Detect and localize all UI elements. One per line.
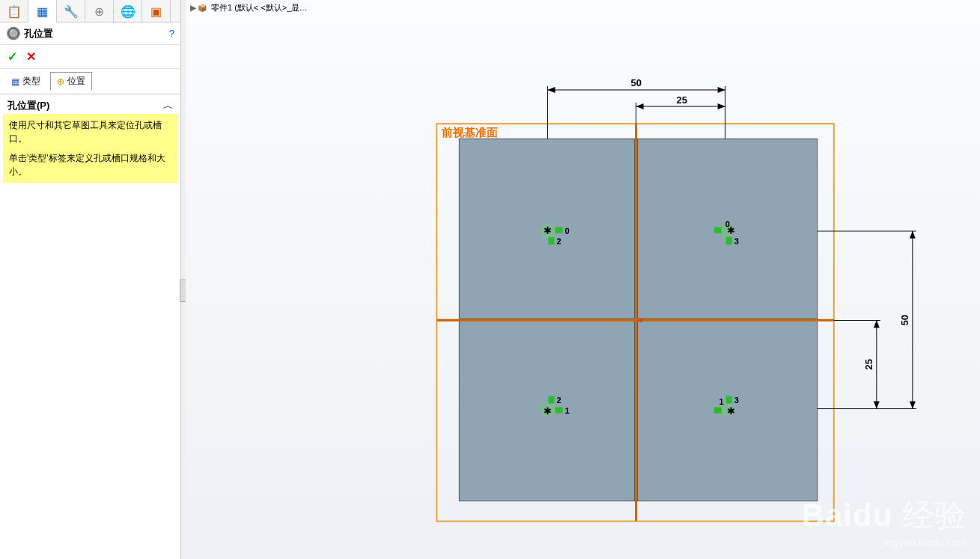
svg-rect-32 xyxy=(714,407,722,413)
svg-text:1: 1 xyxy=(564,406,569,415)
svg-rect-24 xyxy=(548,396,554,403)
tree-expand-icon[interactable]: ▶ xyxy=(190,3,196,13)
dimxpert-tab[interactable]: ⊕ xyxy=(85,0,114,22)
watermark-url: jingyan.baidu.com xyxy=(802,537,967,549)
dimension-25-horizontal[interactable]: 25 xyxy=(636,94,725,124)
section-title: 孔位置(P) xyxy=(7,99,49,112)
tab-position[interactable]: ⊕ 位置 xyxy=(50,72,92,91)
sub-tabs: ▦ 类型 ⊕ 位置 xyxy=(0,69,180,94)
watermark-suffix: 经验 xyxy=(902,498,967,533)
type-icon: ▦ xyxy=(11,76,19,87)
dim-25v-text: 25 xyxy=(863,359,874,369)
extra-tab[interactable]: ▣ xyxy=(142,0,171,22)
help-button[interactable]: ? xyxy=(169,28,174,39)
feature-header: 🔘 孔位置 ? xyxy=(0,22,180,45)
property-manager-panel: 📋 ▦ 🔧 ⊕ 🌐 ▣ 🔘 孔位置 ? ✓ ✕ ▦ 类型 ⊕ 位置 孔位置(P)… xyxy=(0,0,181,559)
cancel-button[interactable]: ✕ xyxy=(26,49,36,64)
svg-text:3: 3 xyxy=(734,237,739,246)
graphics-viewport[interactable]: ▶ 📦 零件1 (默认< <默认>_显... 前视基准面 50 xyxy=(186,0,980,559)
manager-tabs: 📋 ▦ 🔧 ⊕ 🌐 ▣ xyxy=(0,0,180,22)
svg-text:✱: ✱ xyxy=(544,405,552,417)
svg-rect-26 xyxy=(555,407,562,413)
type-label: 类型 xyxy=(22,75,40,88)
svg-text:0: 0 xyxy=(725,220,730,229)
watermark-brand: Baidu xyxy=(802,498,893,533)
svg-text:✱: ✱ xyxy=(727,405,735,417)
collapse-icon[interactable]: ︿ xyxy=(163,99,173,112)
ok-button[interactable]: ✓ xyxy=(7,49,17,64)
watermark: Baidu 经验 jingyan.baidu.com xyxy=(802,495,967,549)
position-icon: ⊕ xyxy=(57,76,64,87)
dim-50-text: 50 xyxy=(631,77,642,88)
svg-text:0: 0 xyxy=(564,226,569,235)
confirm-row: ✓ ✕ xyxy=(0,45,180,69)
dimension-25-vertical[interactable]: 25 xyxy=(834,320,880,408)
svg-text:1: 1 xyxy=(719,397,724,406)
tab-type[interactable]: ▦ 类型 xyxy=(4,72,47,91)
dim-50v-text: 50 xyxy=(899,315,910,325)
svg-rect-20 xyxy=(726,237,732,244)
svg-rect-18 xyxy=(714,227,722,233)
svg-rect-14 xyxy=(548,237,554,244)
property-manager-tab[interactable]: ▦ xyxy=(28,0,57,22)
svg-text:2: 2 xyxy=(556,396,561,405)
svg-text:2: 2 xyxy=(556,237,561,246)
part-tab[interactable]: 零件1 (默认< <默认>_显... xyxy=(207,1,311,14)
part-icon: 📦 xyxy=(198,4,207,12)
section-header[interactable]: 孔位置(P) ︿ xyxy=(0,94,180,114)
info-line-1: 使用尺寸和其它草图工具来定位孔或槽口。 xyxy=(9,118,171,145)
drawing-svg[interactable]: 前视基准面 50 25 xyxy=(186,15,980,559)
plane-label: 前视基准面 xyxy=(441,126,498,139)
svg-text:✱: ✱ xyxy=(544,225,552,236)
svg-text:3: 3 xyxy=(734,396,739,405)
dim-25h-text: 25 xyxy=(677,94,687,106)
info-box: 使用尺寸和其它草图工具来定位孔或槽口。 单击'类型'标签来定义孔或槽口规格和大小… xyxy=(3,114,177,183)
config-manager-tab[interactable]: 🔧 xyxy=(57,0,85,22)
svg-rect-12 xyxy=(555,227,562,233)
display-manager-tab[interactable]: 🌐 xyxy=(114,0,142,22)
svg-rect-30 xyxy=(726,396,732,403)
feature-title: 孔位置 xyxy=(24,27,169,40)
flyout-tree: ▶ 📦 零件1 (默认< <默认>_显... xyxy=(186,0,980,15)
feature-tree-tab[interactable]: 📋 xyxy=(0,0,28,22)
info-line-2: 单击'类型'标签来定义孔或槽口规格和大小。 xyxy=(9,151,171,178)
position-label: 位置 xyxy=(67,75,85,88)
hole-icon: 🔘 xyxy=(6,26,21,40)
